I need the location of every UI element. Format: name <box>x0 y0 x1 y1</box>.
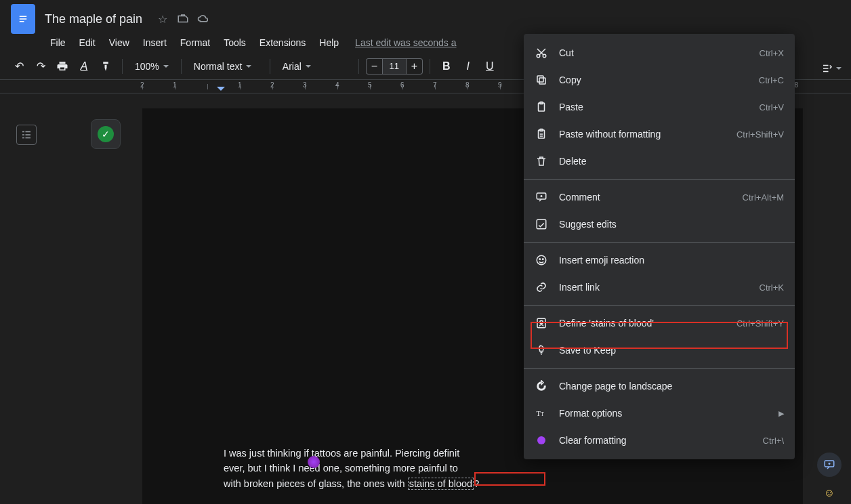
menu-format[interactable]: Format <box>175 35 215 51</box>
link-icon <box>535 281 548 293</box>
menu-label: Suggest edits <box>559 219 773 230</box>
svg-text:T: T <box>541 411 544 417</box>
undo-button[interactable]: ↶ <box>9 57 28 76</box>
menu-shortcut: Ctrl+Alt+M <box>743 192 784 203</box>
svg-rect-3 <box>22 131 24 133</box>
svg-rect-1 <box>20 18 27 20</box>
editing-mode-select[interactable] <box>821 62 842 75</box>
menu-edit[interactable]: Edit <box>74 35 101 51</box>
menu-insert[interactable]: Insert <box>138 35 172 51</box>
caret-down-icon <box>163 65 169 70</box>
svg-point-26 <box>537 436 545 444</box>
svg-rect-12 <box>537 76 543 82</box>
menu-item-paste[interactable]: PasteCtrl+V <box>524 93 795 121</box>
last-edit-link[interactable]: Last edit was seconds a <box>355 37 456 48</box>
svg-text:T: T <box>537 410 541 417</box>
outline-toggle[interactable] <box>16 125 37 145</box>
menu-item-comment[interactable]: CommentCtrl+Alt+M <box>524 184 795 211</box>
cloud-status-icon[interactable] <box>196 12 210 26</box>
caret-down-icon <box>306 65 311 70</box>
svg-rect-5 <box>22 134 24 135</box>
add-comment-fab[interactable] <box>817 453 842 477</box>
spellcheck-button[interactable]: A <box>75 57 94 76</box>
menu-label: Insert emoji reaction <box>559 255 773 266</box>
collaborator-cursor-icon <box>308 456 320 468</box>
italic-button[interactable]: I <box>459 57 478 76</box>
menu-item-format[interactable]: TTFormat options▶ <box>524 400 795 427</box>
menu-shortcut: Ctrl+C <box>759 75 784 85</box>
paragraph-style-select[interactable]: Normal text <box>188 57 263 76</box>
menu-label: Clear formatting <box>559 435 752 446</box>
menu-item-cut[interactable]: CutCtrl+X <box>524 39 795 66</box>
svg-rect-8 <box>26 138 31 139</box>
star-icon[interactable]: ☆ <box>156 12 169 26</box>
menu-item-delete[interactable]: Delete <box>524 148 795 175</box>
menu-extensions[interactable]: Extensions <box>254 35 311 51</box>
print-button[interactable] <box>53 57 72 76</box>
keep-icon <box>535 344 548 356</box>
caret-down-icon <box>836 67 842 72</box>
menu-label: Paste without formatting <box>559 129 726 140</box>
font-select[interactable]: Arial <box>277 57 352 76</box>
menu-shortcut: Ctrl+\ <box>763 436 784 446</box>
indent-marker-icon[interactable] <box>217 87 225 93</box>
menu-item-clear[interactable]: Clear formattingCtrl+\ <box>524 427 795 454</box>
define-icon <box>535 317 548 329</box>
menu-item-link[interactable]: Insert linkCtrl+K <box>524 274 795 301</box>
bold-button[interactable]: B <box>437 57 456 76</box>
svg-point-23 <box>540 320 543 324</box>
menu-label: Change page to landscape <box>559 381 773 392</box>
add-emoji-fab[interactable]: ☺ <box>817 481 842 504</box>
menu-view[interactable]: View <box>104 35 135 51</box>
menu-label: Comment <box>559 192 732 203</box>
menu-shortcut: Ctrl+K <box>760 282 784 293</box>
menu-item-define[interactable]: Define 'stains of blood'Ctrl+Shift+Y <box>524 310 795 337</box>
underline-button[interactable]: U <box>480 57 499 76</box>
document-title[interactable]: The maple of pain <box>45 12 142 26</box>
svg-point-19 <box>537 255 546 265</box>
menu-item-rotate[interactable]: Change page to landscape <box>524 373 795 400</box>
svg-rect-7 <box>22 138 24 139</box>
svg-point-20 <box>539 259 541 260</box>
format-icon: TT <box>535 407 548 419</box>
rotate-icon <box>535 380 548 392</box>
menu-item-copy[interactable]: CopyCtrl+C <box>524 66 795 93</box>
menu-file[interactable]: File <box>45 35 71 51</box>
svg-rect-18 <box>537 219 546 229</box>
menu-shortcut: Ctrl+X <box>760 48 784 58</box>
menu-item-suggest[interactable]: Suggest edits <box>524 211 795 238</box>
move-icon[interactable] <box>176 12 190 26</box>
menu-label: Paste <box>559 102 749 112</box>
spelling-check-badge[interactable]: ✓ <box>91 119 121 149</box>
svg-rect-2 <box>20 21 24 22</box>
paste-plain-icon <box>535 128 548 140</box>
menu-item-keep[interactable]: Save to Keep <box>524 337 795 364</box>
zoom-select[interactable]: 100% <box>129 57 174 76</box>
menu-item-emoji[interactable]: Insert emoji reaction <box>524 247 795 274</box>
font-size-decrease[interactable]: − <box>366 58 382 75</box>
font-size-increase[interactable]: + <box>407 58 423 75</box>
selected-text[interactable]: stains of blood <box>408 478 474 490</box>
redo-button[interactable]: ↷ <box>31 57 50 76</box>
menu-shortcut: Ctrl+Shift+V <box>736 129 784 140</box>
cut-icon <box>535 47 548 59</box>
svg-rect-4 <box>26 131 31 133</box>
menu-label: Cut <box>559 47 749 58</box>
svg-rect-6 <box>26 134 31 135</box>
menu-shortcut: Ctrl+V <box>760 102 784 112</box>
menu-help[interactable]: Help <box>314 35 344 51</box>
menu-shortcut: Ctrl+Shift+Y <box>736 318 784 329</box>
font-size-input[interactable]: 11 <box>382 58 407 75</box>
menu-tools[interactable]: Tools <box>218 35 251 51</box>
clear-icon <box>535 434 548 446</box>
comment-icon <box>535 191 548 203</box>
menu-item-paste-plain[interactable]: Paste without formattingCtrl+Shift+V <box>524 121 795 148</box>
menu-label: Copy <box>559 75 748 85</box>
menu-label: Define 'stains of blood' <box>559 318 726 329</box>
paste-icon <box>535 101 548 113</box>
docs-logo[interactable] <box>11 4 35 34</box>
svg-rect-0 <box>20 16 27 18</box>
paint-format-button[interactable] <box>96 57 115 76</box>
menu-label: Delete <box>559 156 773 167</box>
menu-label: Format options <box>559 408 768 419</box>
